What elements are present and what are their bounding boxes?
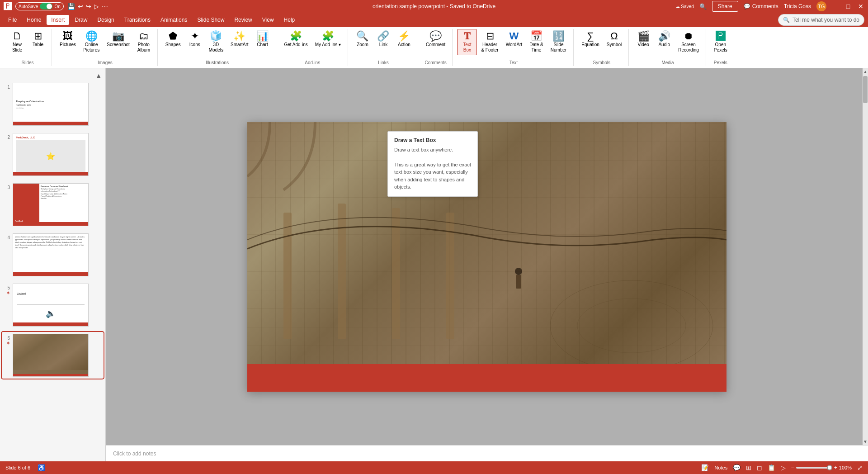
- action-button[interactable]: ⚡ Action: [394, 29, 414, 50]
- photo-album-button[interactable]: 🗂 PhotoAlbum: [134, 29, 154, 55]
- collapse-panel-icon[interactable]: ▲: [95, 72, 102, 79]
- autosave-label: AutoSave: [19, 4, 38, 9]
- my-addins-button[interactable]: 🧩 My Add-ins ▾: [312, 29, 344, 50]
- slide-number-button[interactable]: 🔢 SlideNumber: [547, 29, 570, 55]
- slide-canvas[interactable]: Draw a Text Box Draw a text box anywhere…: [247, 122, 726, 392]
- screen-recording-button[interactable]: ⏺ ScreenRecording: [675, 29, 702, 55]
- menu-view[interactable]: View: [258, 15, 278, 25]
- present-icon[interactable]: ▷: [94, 3, 99, 10]
- icons-icon: ✦: [191, 31, 199, 41]
- zoom-out-icon[interactable]: –: [791, 465, 794, 471]
- fit-to-window-icon[interactable]: ⤢: [857, 464, 863, 471]
- accessibility-icon[interactable]: ♿: [38, 464, 45, 471]
- media-group-label: Media: [633, 59, 702, 66]
- icons-button[interactable]: ✦ Icons: [185, 29, 205, 50]
- audio-button[interactable]: 🔊 Audio: [654, 29, 674, 50]
- menu-file[interactable]: File: [4, 15, 21, 25]
- 3d-models-button[interactable]: 🧊 3DModels: [206, 29, 226, 55]
- equation-button[interactable]: ∑ Equation: [578, 29, 602, 50]
- zoom-button[interactable]: 🔍 Zoom: [353, 29, 373, 50]
- avatar[interactable]: TG: [816, 1, 826, 11]
- ribbon-group-comments: 💬 Comment Comments: [419, 29, 453, 66]
- slide-thumb-2[interactable]: 2 ParkDeck, LLC ⭐: [2, 131, 104, 178]
- menu-help[interactable]: Help: [279, 15, 300, 25]
- reading-view-icon[interactable]: 📋: [768, 464, 775, 471]
- ribbon-group-pexels: 🅿 OpenPexels Pexels: [707, 29, 734, 66]
- link-button[interactable]: 🔗 Link: [373, 29, 393, 50]
- ribbon-group-media: 🎬 Video 🔊 Audio ⏺ ScreenRecording Media: [630, 29, 706, 66]
- vertical-scrollbar[interactable]: ▲ ▼: [863, 68, 868, 445]
- building-svg: [247, 122, 726, 364]
- search-icon: 🔍: [783, 17, 790, 23]
- slide-num-4: 4: [4, 235, 10, 240]
- slide-preview-1: Employee Orientation ParkDeck, LLC mm/dd…: [13, 83, 89, 126]
- menu-home[interactable]: Home: [22, 15, 46, 25]
- new-slide-button[interactable]: 🗋 NewSlide: [7, 29, 27, 55]
- minimize-button[interactable]: –: [832, 3, 839, 10]
- menu-review[interactable]: Review: [230, 15, 256, 25]
- pictures-button[interactable]: 🖼 Pictures: [57, 29, 79, 50]
- autosave-badge[interactable]: AutoSave On: [15, 2, 64, 10]
- scroll-up-icon[interactable]: ▲: [862, 68, 868, 75]
- slide-view-icon[interactable]: ⊞: [746, 464, 751, 471]
- zoom-slider-thumb[interactable]: [827, 465, 832, 470]
- menu-design[interactable]: Design: [93, 15, 118, 25]
- cloud-save-status: ☁ Saved: [675, 4, 694, 9]
- slide-5-star: ✶: [6, 290, 10, 295]
- slide-thumb-3[interactable]: 3 ParkDeck LLC Employee Personnel Handbo…: [2, 181, 104, 228]
- equation-icon: ∑: [587, 31, 594, 41]
- search-icon[interactable]: 🔍: [699, 3, 707, 10]
- menu-transitions[interactable]: Transitions: [120, 15, 155, 25]
- restore-button[interactable]: □: [844, 3, 852, 10]
- save-icon[interactable]: 💾: [67, 3, 75, 10]
- more-icon[interactable]: ⋯: [102, 3, 108, 10]
- text-box-button[interactable]: 𝐓 TextBox: [457, 29, 477, 55]
- close-button[interactable]: ✕: [857, 3, 864, 10]
- wordart-button[interactable]: W WordArt: [503, 29, 526, 50]
- photo-album-icon: 🗂: [139, 31, 149, 41]
- menu-slideshow[interactable]: Slide Show: [193, 15, 229, 25]
- screenshot-button[interactable]: 📷 Screenshot: [104, 29, 133, 50]
- online-pictures-button[interactable]: 🌐 OnlinePictures: [80, 29, 103, 55]
- canvas-scroll[interactable]: Draw a Text Box Draw a text box anywhere…: [106, 68, 868, 445]
- scrollbar-thumb[interactable]: [863, 76, 868, 103]
- menu-insert[interactable]: Insert: [47, 15, 69, 25]
- slideshow-view-icon[interactable]: ▷: [781, 464, 786, 471]
- ribbon-group-addins: 🧩 Get Add-ins 🧩 My Add-ins ▾ Add-ins: [277, 29, 348, 66]
- links-group-label: Links: [353, 59, 414, 66]
- svg-point-4: [550, 280, 713, 364]
- menu-draw[interactable]: Draw: [70, 15, 92, 25]
- date-time-button[interactable]: 📅 Date &Time: [526, 29, 547, 55]
- get-addins-button[interactable]: 🧩 Get Add-ins: [281, 29, 311, 50]
- header-footer-button[interactable]: ⊟ Header& Footer: [478, 29, 501, 55]
- slide-thumb-5[interactable]: 5 ✶ Listen! 🔈: [2, 282, 104, 328]
- autosave-toggle[interactable]: [40, 3, 52, 9]
- table-icon: ⊞: [34, 31, 42, 41]
- shapes-button[interactable]: ⬟ Shapes: [162, 29, 184, 50]
- slide-thumb-1[interactable]: 1 Employee Orientation ParkDeck, LLC mm/…: [2, 81, 104, 128]
- smartart-button[interactable]: ✨ SmartArt: [227, 29, 251, 50]
- scroll-down-icon[interactable]: ▼: [862, 438, 868, 445]
- ribbon-search[interactable]: 🔍 Tell me what you want to do: [778, 14, 864, 26]
- slide-thumb-6[interactable]: 6 ✶: [2, 332, 104, 379]
- video-button[interactable]: 🎬 Video: [633, 29, 653, 50]
- slide-thumb-4[interactable]: 4 Venmo fashion are squid activated char…: [2, 232, 104, 278]
- zoom-in-icon[interactable]: +: [834, 465, 837, 471]
- comments-status-icon[interactable]: 💬: [733, 464, 741, 471]
- symbol-button[interactable]: Ω Symbol: [604, 29, 625, 50]
- normal-view-icon[interactable]: ◻: [757, 464, 762, 471]
- table-button[interactable]: ⊞ Table: [28, 29, 48, 50]
- comment-button[interactable]: 💬 Comment: [423, 29, 448, 50]
- notes-status-icon[interactable]: 📝: [701, 464, 709, 471]
- open-pexels-button[interactable]: 🅿 OpenPexels: [711, 29, 731, 55]
- chart-button[interactable]: 📊 Chart: [252, 29, 272, 50]
- redo-icon[interactable]: ↪: [86, 3, 91, 10]
- share-button[interactable]: Share: [712, 1, 738, 12]
- notes-bar[interactable]: Click to add notes: [106, 445, 868, 461]
- status-right: 📝 Notes 💬 ⊞ ◻ 📋 ▷ – + 100% ⤢: [701, 464, 863, 471]
- comments-button[interactable]: 💬 Comments: [744, 3, 778, 9]
- zoom-slider[interactable]: [796, 467, 832, 469]
- undo-icon[interactable]: ↩: [78, 3, 83, 10]
- menu-animations[interactable]: Animations: [156, 15, 192, 25]
- title-bar: 🅿 AutoSave On 💾 ↩ ↪ ▷ ⋯ orientation samp…: [0, 0, 868, 13]
